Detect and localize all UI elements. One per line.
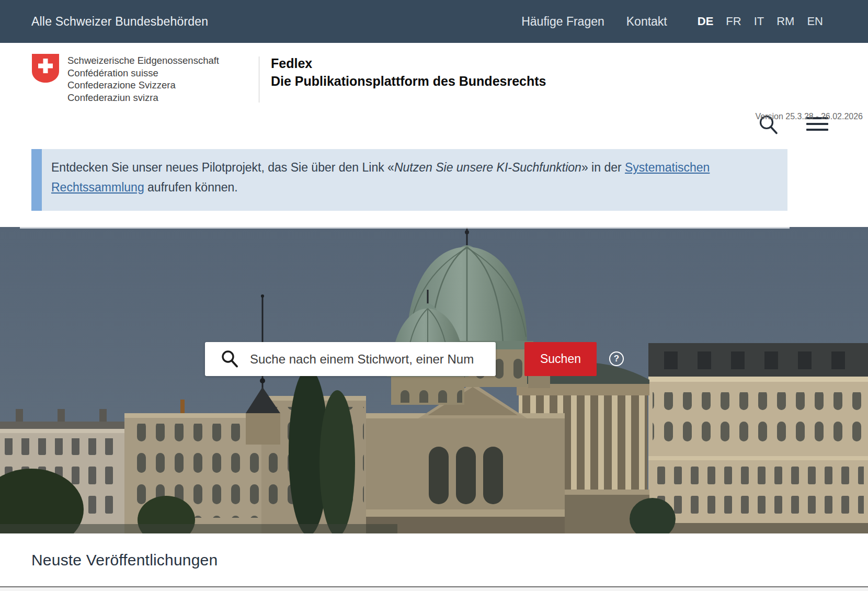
site-header: Schweizerische Eidgenossenschaft Confédé…	[0, 43, 868, 132]
search-submit-button[interactable]: Suchen	[524, 342, 597, 376]
pilot-project-notice: Entdecken Sie unser neues Pilotprojekt, …	[31, 149, 787, 211]
logo-text-line: Confederaziun svizra	[67, 92, 219, 104]
fedlex-homepage: Alle Schweizer Bundesbehörden Häufige Fr…	[0, 0, 868, 591]
lang-it[interactable]: IT	[754, 15, 764, 28]
hero-top-border	[20, 227, 790, 229]
hero-banner	[0, 227, 868, 533]
notice-accent-bar	[31, 149, 42, 211]
header-divider	[259, 56, 259, 103]
contact-link[interactable]: Kontakt	[626, 15, 667, 29]
notice-text-start: Entdecken Sie unser neues Pilotprojekt, …	[51, 161, 394, 174]
confederation-logo[interactable]: Schweizerische Eidgenossenschaft Confédé…	[31, 53, 219, 104]
swiss-shield-icon	[31, 53, 60, 104]
logo-text-line: Confédération suisse	[67, 67, 219, 79]
site-title: Fedlex	[271, 54, 546, 72]
section-heading-latest-publications: Neuste Veröffentlichungen	[31, 551, 218, 569]
logo-text-line: Confederazione Svizzera	[67, 79, 219, 92]
lang-de[interactable]: DE	[698, 15, 714, 28]
hero-search-bar	[205, 342, 496, 376]
search-input[interactable]	[250, 352, 493, 367]
section-band	[0, 587, 868, 591]
faq-link[interactable]: Häufige Fragen	[521, 15, 604, 29]
notice-text: Entdecken Sie unser neues Pilotprojekt, …	[51, 157, 779, 197]
site-title-block: Fedlex Die Publikationsplattform des Bun…	[271, 54, 546, 90]
notice-text-mid: » in der	[581, 161, 625, 174]
logo-text-line: Schweizerische Eidgenossenschaft	[67, 54, 219, 67]
lang-rm[interactable]: RM	[776, 15, 794, 28]
hero-image	[0, 227, 868, 533]
lang-en[interactable]: EN	[807, 15, 823, 28]
version-label: Version 25.3.28 - 26.02.2026	[756, 112, 863, 121]
top-bar: Alle Schweizer Bundesbehörden Häufige Fr…	[0, 0, 868, 43]
search-help-icon[interactable]: ?	[609, 351, 624, 366]
lang-fr[interactable]: FR	[726, 15, 741, 28]
search-icon	[221, 350, 238, 369]
notice-text-end: aufrufen können.	[144, 180, 238, 194]
federal-authorities-link[interactable]: Alle Schweizer Bundesbehörden	[31, 0, 208, 43]
notice-text-italic: Nutzen Sie unsere KI-Suchfunktion	[394, 161, 581, 174]
logo-wordmark: Schweizerische Eidgenossenschaft Confédé…	[67, 53, 219, 104]
top-bar-nav: Häufige Fragen Kontakt DE FR IT RM EN	[499, 0, 823, 43]
site-subtitle: Die Publikationsplattform des Bundesrech…	[271, 72, 546, 90]
language-switcher: DE FR IT RM EN	[698, 15, 823, 28]
